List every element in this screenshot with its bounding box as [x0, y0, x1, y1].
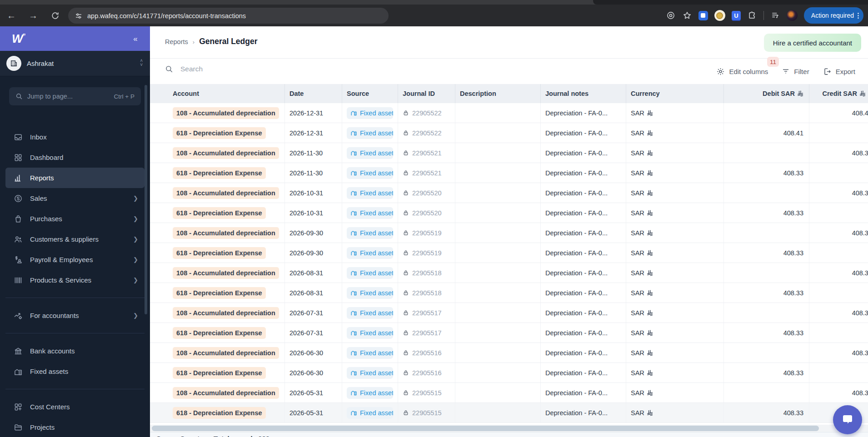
cell-debit: 408.33	[724, 203, 809, 223]
table-row[interactable]: 618 - Depreciation Expense2026-10-31Fixe…	[150, 203, 868, 223]
bookmark-star-icon[interactable]	[682, 10, 692, 20]
cell-source[interactable]: Fixed asset	[342, 283, 398, 303]
cell-source[interactable]: Fixed asset	[342, 163, 398, 183]
extension-blue-icon[interactable]	[698, 11, 708, 20]
source-link[interactable]: Fixed asset	[347, 327, 393, 339]
source-link[interactable]: Fixed asset	[347, 127, 393, 139]
source-link[interactable]: Fixed asset	[347, 347, 393, 359]
table-row[interactable]: 108 - Accumulated depreciation2026-05-31…	[150, 383, 868, 403]
action-required-button[interactable]: Action required	[804, 7, 863, 24]
table-row[interactable]: 618 - Depreciation Expense2026-06-30Fixe…	[150, 363, 868, 383]
source-link[interactable]: Fixed asset	[347, 147, 393, 159]
chat-widget-button[interactable]	[833, 405, 862, 434]
search-input[interactable]	[180, 65, 362, 73]
table-row[interactable]: 618 - Depreciation Expense2026-12-31Fixe…	[150, 123, 868, 143]
back-icon[interactable]: ←	[4, 8, 19, 23]
source-link[interactable]: Fixed asset	[347, 227, 393, 239]
cell-source[interactable]: Fixed asset	[342, 323, 398, 343]
sidebar-item-dashboard[interactable]: Dashboard	[5, 147, 145, 168]
filter-button[interactable]: Filter	[782, 67, 809, 75]
source-link[interactable]: Fixed asset	[347, 387, 393, 399]
reload-icon[interactable]	[47, 8, 63, 23]
column-header-date[interactable]: Date	[285, 84, 342, 103]
table-row[interactable]: 618 - Depreciation Expense2026-11-30Fixe…	[150, 163, 868, 183]
payroll-icon	[14, 255, 23, 264]
source-link[interactable]: Fixed asset	[347, 287, 393, 299]
site-info-icon[interactable]	[75, 12, 83, 20]
sidebar-item-inbox[interactable]: Inbox	[5, 127, 145, 147]
table-row[interactable]: 618 - Depreciation Expense2026-09-30Fixe…	[150, 243, 868, 263]
sidebar-item-for-accountants[interactable]: For accountants❯	[5, 305, 145, 326]
sidebar-item-customers-suppliers[interactable]: Customers & suppliers❯	[5, 229, 145, 249]
cell-source[interactable]: Fixed asset	[342, 103, 398, 123]
profile-avatar[interactable]	[787, 10, 798, 21]
edit-columns-button[interactable]: Edit columns	[716, 67, 768, 76]
column-header-journal_notes[interactable]: Journal notes	[541, 84, 626, 103]
source-link[interactable]: Fixed asset	[347, 247, 393, 259]
sidebar-item-bank-accounts[interactable]: Bank accounts	[5, 341, 145, 361]
cell-source[interactable]: Fixed asset	[342, 243, 398, 263]
breadcrumb-reports-link[interactable]: Reports	[165, 38, 188, 45]
source-link[interactable]: Fixed asset	[347, 167, 393, 179]
cell-source[interactable]: Fixed asset	[342, 403, 398, 422]
sidebar-item-purchases[interactable]: Purchases❯	[5, 209, 145, 229]
sidebar-item-products-services[interactable]: Products & Services❯	[5, 270, 145, 290]
column-header-source[interactable]: Source	[342, 84, 398, 103]
source-link-label: Fixed asset	[360, 189, 393, 197]
table-row[interactable]: 108 - Accumulated depreciation2026-08-31…	[150, 263, 868, 283]
cell-debit	[724, 383, 809, 402]
source-link[interactable]: Fixed asset	[347, 367, 393, 379]
cell-source[interactable]: Fixed asset	[342, 303, 398, 323]
export-button[interactable]: Export	[823, 67, 855, 76]
table-row[interactable]: 108 - Accumulated depreciation2026-10-31…	[150, 183, 868, 203]
preview-eye-icon[interactable]	[666, 10, 676, 20]
sidebar-item-reports[interactable]: Reports	[5, 168, 145, 188]
sidebar-item-cost-centers[interactable]: Cost Centers	[5, 397, 145, 417]
source-link[interactable]: Fixed asset	[347, 107, 393, 119]
url-bar[interactable]: app.wafeq.com/c/141771/reports/account-t…	[68, 8, 389, 24]
column-header-credit[interactable]: Credit SAR	[809, 84, 868, 103]
table-row[interactable]: 618 - Depreciation Expense2026-08-31Fixe…	[150, 283, 868, 303]
column-header-account[interactable]: Account	[150, 84, 285, 103]
cell-source[interactable]: Fixed asset	[342, 203, 398, 223]
extension-doge-icon[interactable]	[714, 10, 725, 21]
table-row[interactable]: 108 - Accumulated depreciation2026-07-31…	[150, 303, 868, 323]
horizontal-scrollbar-track[interactable]	[150, 425, 868, 432]
table-row[interactable]: 618 - Depreciation Expense2026-07-31Fixe…	[150, 323, 868, 343]
sidebar-item-fixed-assets[interactable]: Fixed assets	[5, 361, 145, 382]
table-row[interactable]: 618 - Depreciation Expense2026-05-31Fixe…	[150, 403, 868, 423]
cell-source[interactable]: Fixed asset	[342, 123, 398, 143]
source-link[interactable]: Fixed asset	[347, 307, 393, 319]
sidebar-item-sales[interactable]: Sales❯	[5, 188, 145, 209]
column-header-debit[interactable]: Debit SAR	[724, 84, 809, 103]
table-row[interactable]: 108 - Accumulated depreciation2026-06-30…	[150, 343, 868, 363]
forward-icon[interactable]: →	[25, 8, 41, 23]
url-text[interactable]: app.wafeq.com/c/141771/reports/account-t…	[87, 12, 246, 20]
horizontal-scrollbar-thumb[interactable]	[152, 426, 819, 431]
cell-source[interactable]: Fixed asset	[342, 183, 398, 203]
table-row[interactable]: 108 - Accumulated depreciation2026-12-31…	[150, 103, 868, 123]
table-row[interactable]: 108 - Accumulated depreciation2026-09-30…	[150, 223, 868, 243]
source-link[interactable]: Fixed asset	[347, 267, 393, 279]
kebab-menu-icon[interactable]	[858, 13, 859, 19]
source-link[interactable]: Fixed asset	[347, 207, 393, 219]
extensions-puzzle-icon[interactable]	[747, 10, 757, 20]
cell-source[interactable]: Fixed asset	[342, 343, 398, 363]
cell-source[interactable]: Fixed asset	[342, 363, 398, 382]
column-header-description[interactable]: Description	[455, 84, 541, 103]
column-header-journal_id[interactable]: Journal ID	[398, 84, 455, 103]
source-link[interactable]: Fixed asset	[347, 187, 393, 199]
cell-source[interactable]: Fixed asset	[342, 263, 398, 283]
extension-ublock-icon[interactable]: U	[732, 11, 741, 20]
reading-list-icon[interactable]	[770, 10, 780, 20]
sidebar-item-projects[interactable]: Projects	[5, 417, 145, 437]
sidebar-scrollbar[interactable]	[145, 85, 147, 314]
sidebar-item-payroll-employees[interactable]: Payroll & Employees❯	[5, 249, 145, 270]
cell-source[interactable]: Fixed asset	[342, 143, 398, 163]
cell-source[interactable]: Fixed asset	[342, 223, 398, 243]
column-header-currency[interactable]: Currency	[626, 84, 724, 103]
cell-source[interactable]: Fixed asset	[342, 383, 398, 402]
hire-accountant-button[interactable]: Hire a certified accountant	[764, 34, 861, 52]
source-link[interactable]: Fixed asset	[347, 407, 393, 419]
table-row[interactable]: 108 - Accumulated depreciation2026-11-30…	[150, 143, 868, 163]
